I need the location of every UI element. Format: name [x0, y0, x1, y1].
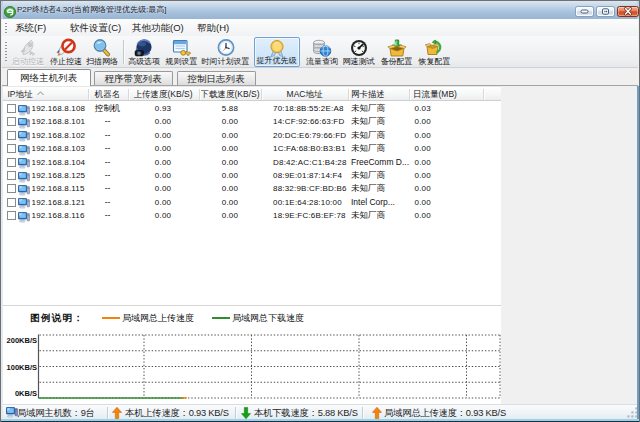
- host-checkbox[interactable]: [7, 158, 16, 167]
- app-logo-icon: [4, 4, 16, 16]
- tab-3[interactable]: 控制日志列表: [177, 71, 256, 85]
- app-window: P2P终结者4.30[当前网络管理优先级:最高] 系统(F)软件设置(C)其他功…: [0, 0, 640, 422]
- window-title: P2P终结者4.30[当前网络管理优先级:最高]: [17, 4, 166, 16]
- host-row-4[interactable]: 192.168.8.103--0.000.001C:FA:68:B0:B3:B1…: [3, 142, 501, 155]
- cell-name: --: [88, 209, 128, 222]
- cell-daily: 0.00: [415, 156, 431, 169]
- menu-item-4[interactable]: 帮助(H): [197, 19, 229, 36]
- menu-item-3[interactable]: 其他功能(O): [132, 19, 184, 36]
- column-separator[interactable]: [261, 89, 262, 100]
- cell-daily: 0.00: [415, 129, 431, 142]
- toolbar-button-label: 流量查询: [303, 57, 341, 66]
- host-checkbox[interactable]: [7, 184, 16, 193]
- menubar-gripper[interactable]: [5, 22, 7, 33]
- window-border-left: [1, 86, 3, 419]
- cell-upload: 0.00: [128, 129, 199, 142]
- tab-1[interactable]: 网络主机列表: [7, 69, 91, 86]
- host-checkbox[interactable]: [7, 211, 16, 220]
- host-computer-icon: [18, 116, 30, 128]
- cell-mac: 00:1E:64:28:10:00: [273, 196, 342, 209]
- toolbar-button-5[interactable]: 规则设置: [162, 37, 201, 67]
- toolbar-button-6[interactable]: 时间计划设置: [200, 37, 252, 67]
- column-separator[interactable]: [128, 89, 129, 100]
- close-button[interactable]: [617, 6, 639, 17]
- window-border-right: [637, 86, 639, 419]
- host-computer-icon: [18, 210, 30, 222]
- toolbar-button-label: 规则设置: [162, 57, 201, 66]
- toolbar-button-2[interactable]: 停止控速: [47, 37, 85, 67]
- host-row-8[interactable]: 192.168.8.121--0.000.0000:1E:64:28:10:00…: [3, 196, 501, 209]
- maximize-button[interactable]: [596, 6, 615, 17]
- column-header-6[interactable]: 网卡描述: [351, 87, 385, 101]
- host-row-2[interactable]: 192.168.8.101--0.000.0014:CF:92:66:63:FD…: [3, 115, 501, 128]
- cell-upload: 0.93: [128, 102, 199, 115]
- stop-control-rocket-icon: [55, 38, 77, 58]
- tab-2[interactable]: 程序带宽列表: [94, 71, 173, 85]
- toolbar-button-10[interactable]: 备份配置: [378, 37, 416, 67]
- toolbar-button-label: 启动控速: [9, 57, 47, 66]
- column-separator[interactable]: [409, 89, 410, 100]
- cell-ip: 192.168.8.121: [32, 196, 86, 209]
- host-computer-icon: [18, 103, 30, 115]
- cell-mac: 70:18:8B:55:2E:A8: [273, 102, 344, 115]
- start-control-rocket-icon: [17, 38, 39, 58]
- toolbar-gripper[interactable]: [5, 41, 7, 63]
- toolbar-button-4[interactable]: 高级选项: [125, 37, 163, 67]
- menu-bar: 系统(F)软件设置(C)其他功能(O)帮助(H): [2, 19, 638, 36]
- cell-download: 0.00: [199, 209, 262, 222]
- column-separator[interactable]: [88, 89, 89, 100]
- cell-vendor: 未知厂商: [351, 129, 385, 142]
- toolbar-button-9[interactable]: 网速测试: [340, 37, 378, 67]
- column-header-5[interactable]: MAC地址: [245, 87, 365, 101]
- statusbar-separator: [107, 407, 108, 419]
- status-bar: 局域网主机数：9台本机上传速度：0.93 KB/S本机下载速度：5.88 KB/…: [2, 404, 640, 420]
- menu-item-1[interactable]: 系统(F): [15, 19, 46, 36]
- host-checkbox[interactable]: [7, 144, 16, 153]
- toolbar-button-7[interactable]: 提升优先级: [254, 37, 300, 67]
- column-header-7[interactable]: 日流量(MB): [413, 87, 457, 101]
- column-header-1[interactable]: IP地址: [8, 87, 33, 101]
- host-row-7[interactable]: 192.168.8.115--0.000.0088:32:9B:CF:BD:B6…: [3, 182, 501, 195]
- y-axis-tick: 100KB/S: [7, 363, 37, 372]
- column-separator[interactable]: [348, 89, 349, 100]
- host-row-9[interactable]: 192.168.8.116--0.000.0018:9E:FC:6B:EF:78…: [3, 209, 501, 222]
- cell-name: 控制机: [88, 102, 128, 115]
- host-checkbox[interactable]: [7, 131, 16, 140]
- toolbar-separator: [123, 40, 124, 64]
- host-checkbox[interactable]: [7, 198, 16, 207]
- host-checkbox[interactable]: [7, 104, 16, 113]
- host-row-1[interactable]: 192.168.8.108控制机0.935.8870:18:8B:55:2E:A…: [3, 102, 501, 115]
- toolbar-button-1[interactable]: 启动控速: [9, 37, 47, 67]
- cell-daily: 0.00: [415, 142, 431, 155]
- cell-name: --: [88, 129, 128, 142]
- title-bar[interactable]: P2P终结者4.30[当前网络管理优先级:最高]: [1, 1, 639, 19]
- toolbar-button-3[interactable]: 扫描网络: [83, 37, 121, 67]
- cell-name: --: [88, 196, 128, 209]
- host-checkbox[interactable]: [7, 117, 16, 126]
- rule-settings-key-icon: [171, 38, 193, 58]
- column-separator[interactable]: [483, 89, 484, 100]
- toolbar-button-label: 备份配置: [378, 57, 416, 66]
- cell-vendor: 未知厂商: [351, 102, 385, 115]
- cell-download: 0.00: [199, 115, 262, 128]
- minimize-button[interactable]: [575, 6, 594, 17]
- host-row-5[interactable]: 192.168.8.104--0.000.00D8:42:AC:C1:B4:28…: [3, 156, 501, 169]
- traffic-history-chart: 200KB/S100KB/S0KB/S: [3, 306, 501, 404]
- cell-daily: 0.00: [415, 196, 431, 209]
- toolbar-button-8[interactable]: 流量查询: [303, 37, 341, 67]
- toolbar: 启动控速 停止控速 扫描网络 高级选项 规则设置 时间计划设置 提升优先级 流量…: [2, 36, 638, 68]
- cell-download: 0.00: [199, 156, 262, 169]
- column-separator[interactable]: [199, 89, 200, 100]
- menu-item-2[interactable]: 软件设置(C): [70, 19, 121, 36]
- cell-ip: 192.168.8.108: [32, 102, 86, 115]
- cell-upload: 0.00: [128, 142, 199, 155]
- cell-mac: 08:9E:01:87:14:F4: [273, 169, 342, 182]
- cell-daily: 0.03: [415, 102, 431, 115]
- host-row-6[interactable]: 192.168.8.125--0.000.0008:9E:01:87:14:F4…: [3, 169, 501, 182]
- cell-ip: 192.168.8.104: [32, 156, 86, 169]
- host-computer-icon: [18, 143, 30, 155]
- toolbar-button-11[interactable]: 恢复配置: [416, 37, 454, 67]
- cell-upload: 0.00: [128, 209, 199, 222]
- host-checkbox[interactable]: [7, 171, 16, 180]
- host-row-3[interactable]: 192.168.8.102--0.000.0020:DC:E6:79:66:FD…: [3, 129, 501, 142]
